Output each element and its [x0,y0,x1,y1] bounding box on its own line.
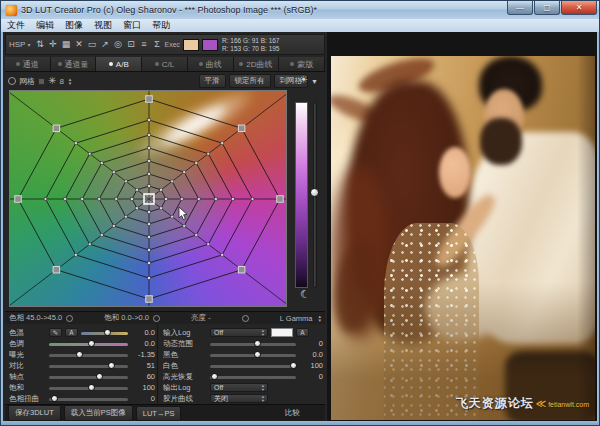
slider-track[interactable] [210,343,296,346]
tab-label: C/L [162,60,174,69]
slider-track[interactable] [49,354,128,357]
marquee-icon[interactable]: ▭ [85,37,98,52]
eyedropper-icon[interactable]: ✎ [49,328,62,337]
dropdown-输入Log[interactable]: Off▴▾ [210,328,268,337]
luminance-slider-knob[interactable] [310,188,319,197]
ab-color-field[interactable] [9,90,287,307]
tab-蒙版[interactable]: 蒙版 [279,57,325,71]
dropdown-输出Log[interactable]: Off▴▾ [210,383,268,392]
compare-button[interactable]: 比较 [279,406,306,420]
tab-dot-icon [155,62,159,66]
slider-track-area[interactable] [210,350,296,359]
grid-size-value[interactable]: 8 [59,77,63,86]
save-3dlut-button[interactable]: 保存3DLUT [8,405,61,421]
slider-value: 60 [131,372,155,381]
exec-label[interactable]: Exec [164,41,180,48]
result-color-swatch[interactable] [202,39,218,51]
minimize-button[interactable]: — [507,1,533,15]
dropdown-stepper-icon[interactable]: ▴▾ [262,329,264,336]
grid-icon[interactable]: ▦ [59,37,72,52]
tab-label: 通道量 [65,59,89,70]
menu-item-4[interactable]: 窗口 [123,19,141,32]
slider-track-area[interactable] [49,372,128,381]
dropdown-stepper-icon[interactable]: ▴▾ [262,384,264,391]
menu-item-1[interactable]: 编辑 [36,19,54,32]
auto-button[interactable]: A [296,328,309,337]
slider-track[interactable] [210,365,296,368]
scissors-icon[interactable]: ✕ [72,37,85,52]
menubar: 文件编辑图像视图窗口帮助 [1,19,600,32]
source-color-swatch[interactable] [183,39,199,51]
tab-曲线[interactable]: 曲线 [188,57,234,71]
dropdown-stepper-icon[interactable]: ▴▾ [262,395,264,402]
photo-preview[interactable]: 飞天资源论坛 ≪ fetianwlt.com [331,56,595,420]
slider-track-area[interactable] [49,339,128,348]
slider-knob[interactable] [108,362,115,369]
auto-button[interactable]: A [65,328,78,337]
saturation-reset-icon[interactable] [153,315,160,322]
window-title: 3D LUT Creator Pro (c) Oleg Sharonov - *… [21,5,317,15]
slider-knob[interactable] [88,384,95,391]
updown-arrows-icon[interactable]: ⇅ [33,37,46,52]
slider-row-饱和: 饱和100 [9,382,155,393]
slider-track[interactable] [210,354,296,357]
slider-knob[interactable] [76,351,83,358]
slider-knob[interactable] [290,362,297,369]
luminance-reset-icon[interactable] [242,315,249,322]
lock-all-button[interactable]: 锁定所有 [229,74,271,88]
lut-to-ps-button[interactable]: LUT→PS [136,406,182,421]
tab-2D曲线[interactable]: 2D曲线 [234,57,280,71]
menu-item-3[interactable]: 视图 [94,19,112,32]
dropdown-胶片曲线[interactable]: 关闭▴▾ [210,394,268,403]
tab-通道[interactable]: 通道 [5,57,51,71]
picker-pen-icon[interactable]: ↗ [98,37,111,52]
grid-size-stepper[interactable]: ▴▾ [69,77,72,85]
menu-item-5[interactable]: 帮助 [152,19,170,32]
grid-square-icon[interactable] [38,78,45,85]
target-icon[interactable] [8,77,16,85]
slider-track[interactable] [49,376,128,379]
slider-track-area[interactable] [210,339,296,348]
frame-icon[interactable]: ⊡ [124,37,137,52]
sliders-section: 色温✎A0.0色调0.0曝光-1.35对比51轴点60饱和100色相扭曲0 输入… [5,325,325,403]
slider-knob[interactable] [104,329,111,336]
zoom-icon[interactable]: ◎ [111,37,124,52]
spiderweb-grid[interactable] [10,91,287,307]
web-icon[interactable]: ✳ [48,77,56,85]
rows-icon[interactable]: ≡ [137,37,150,52]
slider-knob[interactable] [96,373,103,380]
slider-track[interactable] [210,376,296,379]
gamma-stepper[interactable]: ▴▾ [318,314,321,322]
slider-label: 轴点 [9,372,46,382]
white-point-swatch[interactable] [271,328,293,337]
hue-reset-icon[interactable] [66,315,73,322]
slider-track-area[interactable] [210,361,296,370]
grid-dropdown-icon[interactable]: ▼ [311,78,318,85]
tab-A/B[interactable]: A/B [96,57,142,71]
move-icon[interactable]: ✛ [46,37,59,52]
sun-icon[interactable]: ☀ [299,74,308,85]
close-button[interactable]: ✕ [561,1,597,15]
slider-track-area[interactable] [49,383,128,392]
luminance-gradient-bar[interactable] [295,102,308,288]
smooth-button[interactable]: 平滑 [199,74,226,88]
load-ps-image-button[interactable]: 载入当前PS图像 [64,405,133,421]
slider-track[interactable] [49,398,128,401]
slider-track-area[interactable] [49,394,128,403]
menu-item-2[interactable]: 图像 [65,19,83,32]
moon-icon[interactable]: ☾ [300,288,310,301]
color-mode-dropdown[interactable]: HSP ▾ [9,40,30,49]
hourglass-icon[interactable]: Σ [150,37,163,52]
slider-track[interactable] [49,365,128,368]
menu-item-0[interactable]: 文件 [7,19,25,32]
slider-track-area[interactable] [49,350,128,359]
slider-track-area[interactable] [49,361,128,370]
slider-knob[interactable] [88,340,95,347]
tab-C/L[interactable]: C/L [142,57,188,71]
maximize-button[interactable]: ▢ [534,1,560,15]
slider-track-area[interactable] [210,372,296,381]
slider-track-area[interactable] [81,328,128,337]
slider-knob[interactable] [51,395,58,402]
titlebar[interactable]: 3D LUT Creator Pro (c) Oleg Sharonov - *… [1,1,600,19]
tab-通道量[interactable]: 通道量 [51,57,97,71]
